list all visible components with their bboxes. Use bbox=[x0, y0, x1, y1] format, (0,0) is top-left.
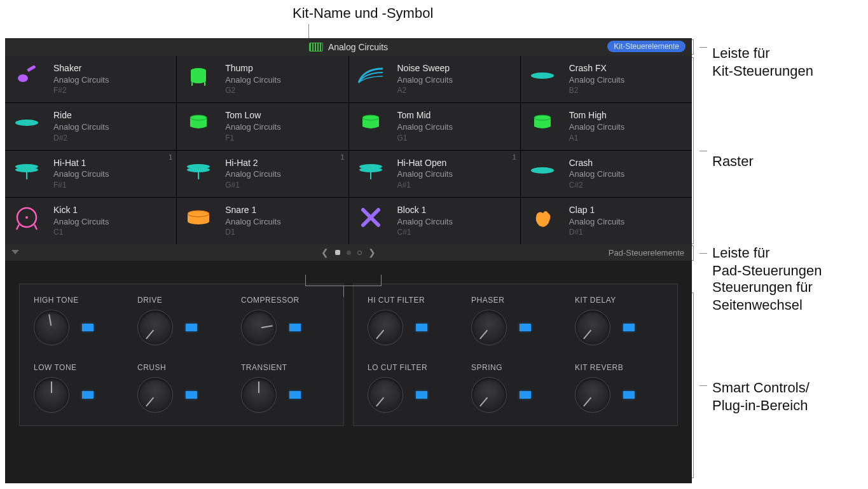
knob[interactable] bbox=[137, 310, 173, 345]
knob-indicator[interactable] bbox=[289, 324, 301, 331]
pad-cell[interactable]: Thump Analog Circuits G2 bbox=[177, 56, 348, 102]
pad-sub: Analog Circuits bbox=[53, 216, 109, 228]
page-dot-3[interactable] bbox=[357, 251, 362, 255]
kit-controls-button[interactable]: Kit-Steuerelemente bbox=[607, 41, 685, 52]
pad-cell[interactable]: Clap 1 Analog Circuits D#1 bbox=[521, 198, 692, 244]
svg-rect-1 bbox=[27, 65, 36, 72]
pad-cell[interactable]: Ride Analog Circuits D#2 bbox=[5, 103, 176, 149]
pad-sub: Analog Circuits bbox=[569, 121, 624, 133]
knob-pointer bbox=[376, 397, 384, 406]
knob-indicator[interactable] bbox=[186, 324, 197, 331]
svg-point-28 bbox=[25, 216, 28, 219]
knob-pointer bbox=[376, 329, 384, 339]
kit-name-display[interactable]: Analog Circuits bbox=[309, 42, 388, 52]
pad-name: Hi-Hat 1 bbox=[53, 157, 109, 169]
knob-indicator[interactable] bbox=[623, 324, 635, 331]
knob-indicator[interactable] bbox=[520, 391, 531, 399]
knob[interactable] bbox=[241, 377, 277, 413]
pad-name: Ride bbox=[53, 109, 109, 121]
knob-pointer bbox=[583, 397, 591, 406]
knob[interactable] bbox=[368, 310, 403, 345]
pad-cell[interactable]: Hi-Hat Open Analog Circuits A#1 1 bbox=[349, 151, 520, 197]
knob-indicator[interactable] bbox=[623, 391, 635, 399]
callout-line bbox=[308, 24, 309, 39]
pad-text: Clap 1 Analog Circuits D#1 bbox=[569, 204, 624, 238]
knob[interactable] bbox=[368, 377, 403, 413]
drum-machine-panel: Analog Circuits Kit-Steuerelemente Shake… bbox=[5, 38, 692, 483]
page-dot-2[interactable] bbox=[347, 251, 351, 255]
hihat-icon bbox=[183, 157, 214, 184]
knob-pointer bbox=[146, 397, 154, 406]
pad-badge: 1 bbox=[340, 153, 344, 161]
pad-sub: Analog Circuits bbox=[397, 169, 453, 180]
callout-grid: Raster bbox=[712, 153, 754, 170]
knob-group-left: HIGH TONE DRIVE COMPRESSOR LOW TONE CRUS… bbox=[19, 284, 344, 426]
pad-name: Crash FX bbox=[569, 62, 624, 74]
knob-indicator[interactable] bbox=[520, 324, 531, 331]
pad-text: Tom Mid Analog Circuits G1 bbox=[397, 109, 453, 143]
knob-pointer bbox=[479, 329, 488, 339]
knob[interactable] bbox=[575, 310, 610, 345]
knob-cell: LOW TONE bbox=[26, 363, 130, 413]
knob[interactable] bbox=[471, 310, 507, 345]
knob[interactable] bbox=[34, 310, 69, 345]
knob-label: LOW TONE bbox=[34, 363, 77, 372]
pad-sub: Analog Circuits bbox=[225, 216, 280, 228]
bracket-line bbox=[699, 385, 707, 386]
knob[interactable] bbox=[34, 377, 69, 413]
knob[interactable] bbox=[575, 377, 610, 413]
tom-icon bbox=[355, 109, 386, 136]
kick-icon bbox=[11, 204, 42, 231]
pad-cell[interactable]: Noise Sweep Analog Circuits A2 bbox=[349, 56, 520, 102]
pad-cell[interactable]: Shaker Analog Circuits F#2 bbox=[5, 56, 176, 102]
knob-indicator[interactable] bbox=[416, 391, 427, 399]
svg-line-27 bbox=[34, 224, 37, 230]
pad-cell[interactable]: Tom Mid Analog Circuits G1 bbox=[349, 103, 520, 149]
pad-cell[interactable]: Block 1 Analog Circuits C#1 bbox=[349, 198, 520, 244]
knob-cell: PHASER bbox=[464, 296, 567, 345]
pad-text: Thump Analog Circuits G2 bbox=[225, 62, 280, 96]
knob-cell: TRANSIENT bbox=[233, 363, 337, 413]
pad-note: D1 bbox=[225, 227, 280, 237]
knob-indicator[interactable] bbox=[289, 391, 301, 399]
pad-cell[interactable]: Crash FX Analog Circuits B2 bbox=[521, 56, 692, 102]
pad-cell[interactable]: Kick 1 Analog Circuits C1 bbox=[5, 198, 176, 244]
page-dot-1[interactable] bbox=[335, 250, 340, 255]
page-next-icon[interactable]: ❯ bbox=[368, 247, 376, 258]
clap-icon bbox=[527, 204, 558, 231]
page-switch-controls: ❮ ❯ bbox=[321, 247, 376, 258]
knob-pointer bbox=[479, 397, 488, 406]
pad-controls-label[interactable]: Pad-Steuerelemente bbox=[609, 248, 684, 258]
bracket-line bbox=[693, 39, 694, 55]
pad-note: G2 bbox=[225, 85, 280, 95]
knob-indicator[interactable] bbox=[186, 391, 197, 399]
knob-label: HIGH TONE bbox=[34, 296, 79, 305]
pad-name: Hi-Hat 2 bbox=[225, 157, 280, 169]
pad-cell[interactable]: Tom High Analog Circuits A1 bbox=[521, 103, 692, 149]
pad-cell[interactable]: Hi-Hat 1 Analog Circuits F#1 1 bbox=[5, 151, 176, 197]
pad-name: Tom Low bbox=[225, 109, 280, 121]
smart-controls-area: HIGH TONE DRIVE COMPRESSOR LOW TONE CRUS… bbox=[5, 261, 692, 432]
pad-name: Thump bbox=[225, 62, 280, 74]
bracket-line bbox=[693, 245, 694, 261]
knob[interactable] bbox=[137, 377, 173, 413]
pad-cell[interactable]: Tom Low Analog Circuits F1 bbox=[177, 103, 348, 149]
pad-text: Ride Analog Circuits D#2 bbox=[53, 109, 109, 143]
callout-page-switch: Steuerungen fürSeitenwechsel bbox=[712, 279, 813, 313]
pad-cell[interactable]: Snare 1 Analog Circuits D1 bbox=[177, 198, 348, 244]
knob-label: TRANSIENT bbox=[241, 363, 287, 372]
pad-badge: 1 bbox=[169, 153, 172, 161]
pad-name: Hi-Hat Open bbox=[397, 157, 453, 169]
knob[interactable] bbox=[241, 310, 277, 345]
pad-cell[interactable]: Crash Analog Circuits C#2 bbox=[521, 151, 692, 197]
knob-indicator[interactable] bbox=[416, 324, 427, 331]
page-prev-icon[interactable]: ❮ bbox=[321, 247, 329, 258]
sticks-icon bbox=[355, 204, 386, 231]
svg-point-7 bbox=[531, 72, 554, 79]
knob[interactable] bbox=[471, 377, 507, 413]
knob-cell: LO CUT FILTER bbox=[360, 363, 464, 413]
pad-cell[interactable]: Hi-Hat 2 Analog Circuits G#1 1 bbox=[177, 151, 348, 197]
disclosure-triangle-icon[interactable] bbox=[11, 250, 19, 254]
knob-indicator[interactable] bbox=[82, 391, 93, 399]
knob-indicator[interactable] bbox=[82, 324, 93, 331]
